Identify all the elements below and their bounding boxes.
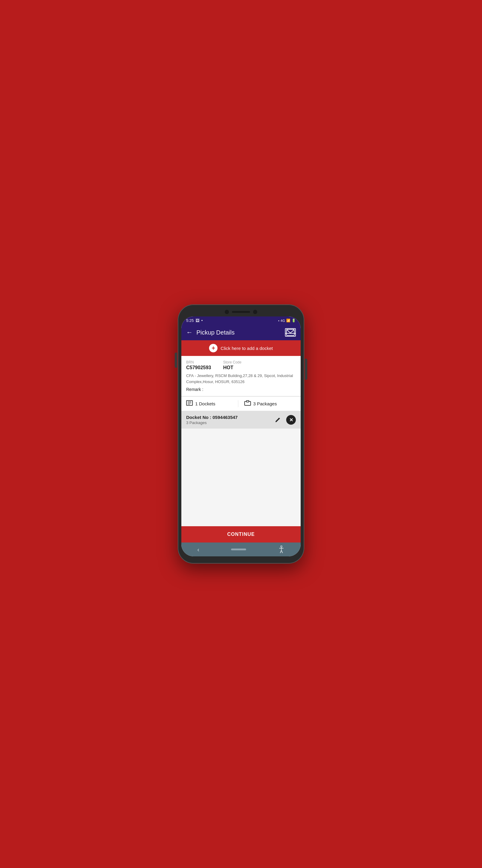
docket-item: Docket No : 0594463547 3 Packages ✕ (181, 411, 301, 429)
continue-button[interactable]: CONTINUE (181, 526, 301, 542)
svg-line-10 (280, 550, 281, 553)
address-text: CFA - Jewellery, RSCM Building,27,28 & 2… (186, 373, 296, 384)
store-code-value: HOT (223, 365, 242, 370)
remark-text: Remark : (186, 387, 296, 392)
edit-icon (275, 417, 281, 423)
nav-back-icon: ‹ (197, 546, 199, 553)
status-battery-icon: 🔋 (292, 318, 296, 322)
svg-line-11 (281, 550, 283, 553)
docket-list: Docket No : 0594463547 3 Packages ✕ (181, 411, 301, 526)
status-signal-icon: 📶 (286, 318, 290, 322)
bottom-nav: ‹ (181, 542, 301, 556)
packages-summary: 3 Packages (238, 400, 296, 407)
svg-rect-0 (287, 330, 294, 336)
nav-accessibility-button[interactable] (278, 546, 285, 553)
mail-icon (286, 329, 295, 336)
status-photo-icon: 🖼 (195, 318, 199, 323)
phone-frame: 5:25 🖼 • • 4G 📶 🔋 ← Pickup Details (178, 304, 304, 564)
status-dot: • (201, 318, 203, 323)
packages-count: 3 Packages (253, 401, 277, 406)
speaker (232, 311, 250, 313)
docket-packages: 3 Packages (186, 421, 273, 425)
mail-button[interactable] (285, 328, 296, 337)
dockets-icon (186, 400, 193, 407)
notch-area (181, 308, 301, 316)
status-4g: 4G (281, 319, 285, 322)
nav-home-button[interactable] (231, 549, 246, 550)
sensor (253, 310, 257, 314)
docket-number: Docket No : 0594463547 (186, 415, 273, 420)
edit-docket-button[interactable] (273, 415, 283, 425)
status-time: 5:25 (186, 318, 194, 323)
plus-icon: + (209, 344, 218, 352)
svg-rect-6 (247, 401, 249, 402)
docket-actions: ✕ (273, 415, 296, 425)
store-code-label: Store Code (223, 360, 242, 364)
page-title: Pickup Details (196, 329, 235, 336)
store-code-col: Store Code HOT (223, 360, 242, 370)
status-left: 5:25 🖼 • (186, 318, 203, 323)
add-docket-label: Click here to add a docket (221, 346, 272, 351)
app-bar: ← Pickup Details (181, 324, 301, 340)
packages-icon (244, 400, 251, 407)
add-docket-banner[interactable]: + Click here to add a docket (181, 340, 301, 356)
status-right: • 4G 📶 🔋 (278, 318, 296, 322)
status-signal-dot: • (278, 319, 279, 322)
nav-back-button[interactable]: ‹ (197, 546, 199, 553)
dockets-summary: 1 Dockets (186, 400, 238, 407)
pickup-info-card: BRN C57902593 Store Code HOT CFA - Jewel… (181, 356, 301, 396)
delete-docket-button[interactable]: ✕ (286, 415, 296, 425)
summary-row: 1 Dockets 3 Packages (181, 396, 301, 411)
phone-screen: 5:25 🖼 • • 4G 📶 🔋 ← Pickup Details (181, 316, 301, 556)
app-bar-left: ← Pickup Details (186, 329, 235, 336)
status-bar: 5:25 🖼 • • 4G 📶 🔋 (181, 316, 301, 324)
docket-info: Docket No : 0594463547 3 Packages (186, 415, 273, 425)
dockets-count: 1 Dockets (195, 401, 215, 406)
brn-storecode-row: BRN C57902593 Store Code HOT (186, 360, 296, 370)
accessibility-icon (278, 546, 285, 553)
camera (225, 310, 229, 314)
svg-point-7 (281, 546, 282, 547)
main-content: BRN C57902593 Store Code HOT CFA - Jewel… (181, 356, 301, 556)
brn-label: BRN (186, 360, 211, 364)
brn-col: BRN C57902593 (186, 360, 211, 370)
close-icon: ✕ (289, 417, 293, 423)
back-button[interactable]: ← (186, 329, 193, 336)
brn-value: C57902593 (186, 365, 211, 370)
